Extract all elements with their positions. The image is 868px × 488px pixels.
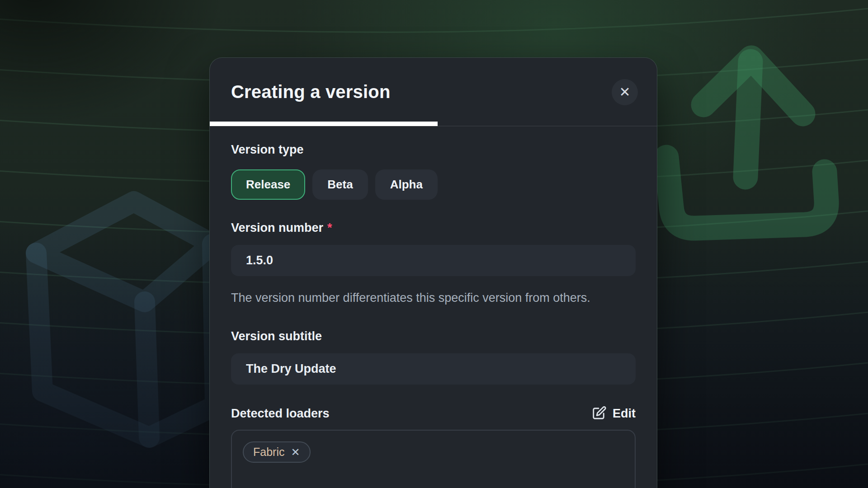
required-asterisk: *: [327, 221, 332, 235]
loader-chip-fabric: Fabric ✕: [243, 441, 311, 463]
version-type-options: Release Beta Alpha: [231, 169, 636, 200]
version-type-label: Version type: [231, 142, 636, 157]
modal-title: Creating a version: [231, 82, 391, 102]
upload-icon: [666, 58, 826, 228]
close-icon: ✕: [619, 85, 630, 99]
detected-loaders-box: Fabric ✕: [231, 430, 636, 488]
version-type-release-button[interactable]: Release: [231, 169, 305, 200]
progress-bar-fill: [210, 122, 438, 126]
cube-icon: [36, 202, 215, 437]
screen: Creating a version ✕ Version type Releas…: [0, 0, 868, 488]
loader-chip-remove-button[interactable]: ✕: [291, 447, 300, 458]
version-type-alpha-button[interactable]: Alpha: [375, 169, 438, 200]
modal-body: Version type Release Beta Alpha Version …: [210, 126, 657, 488]
create-version-modal: Creating a version ✕ Version type Releas…: [209, 57, 657, 488]
modal-header: Creating a version ✕: [210, 58, 657, 126]
edit-loaders-button[interactable]: Edit: [590, 405, 636, 422]
edit-icon: [590, 405, 607, 422]
version-number-help: The version number differentiates this s…: [231, 290, 636, 306]
detected-loaders-label: Detected loaders: [231, 406, 330, 421]
version-number-label: Version number *: [231, 221, 636, 235]
version-subtitle-label: Version subtitle: [231, 329, 636, 343]
version-type-beta-button[interactable]: Beta: [312, 169, 368, 200]
remove-icon: ✕: [291, 447, 300, 458]
version-subtitle-input[interactable]: [231, 353, 636, 385]
close-button[interactable]: ✕: [612, 79, 638, 105]
detected-loaders-header: Detected loaders Edit: [231, 405, 636, 422]
loader-chip-label: Fabric: [253, 446, 284, 459]
edit-button-label: Edit: [613, 407, 636, 421]
version-number-input[interactable]: [231, 245, 636, 276]
